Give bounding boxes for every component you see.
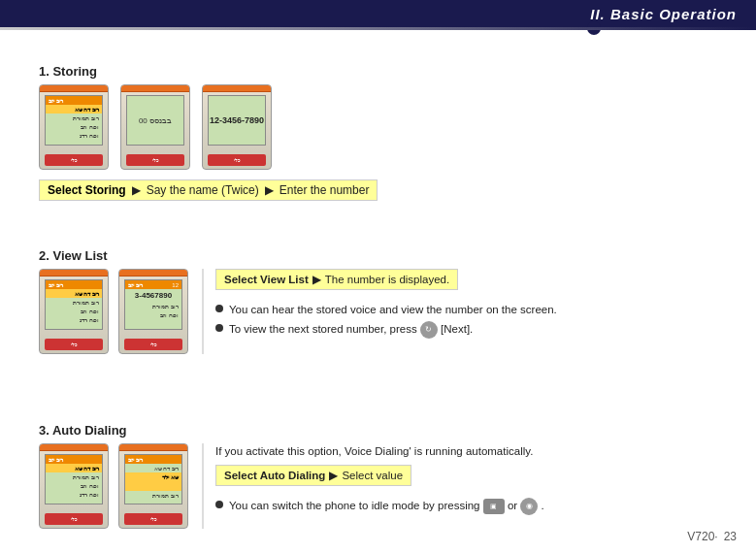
phone6-body: ריב יזב ריב דח שא רוב תמורת ופח וזב ופח … [39, 443, 109, 529]
section2-right: Select View List ▶ The number is display… [202, 269, 557, 354]
icon-btn1: ▣ [483, 499, 505, 514]
phone5-topbar [119, 270, 187, 276]
section1-part2: Say the name (Twice) [147, 183, 259, 197]
phone4-screen: ריב יזב ריב דח שא רוב תמורת ופח וזב ופח … [45, 279, 103, 330]
section3-bullets: You can switch the phone to idle mode by… [215, 498, 544, 515]
phone1-screen-header: ריב יזב [49, 97, 63, 104]
phone4-body: ריב יזב ריב דח שא רוב תמורת ופח וזב ופח … [39, 269, 109, 354]
phone1-bottom-text: כלי [71, 157, 78, 163]
next-icon: ↻ [420, 321, 438, 339]
section3-bullet-text: You can switch the phone to idle mode by… [229, 498, 544, 515]
icon-btn2: ◉ [520, 498, 538, 515]
section1-arrow2: ▶ [265, 183, 274, 197]
phone1-selected-row: ריב דח שא [46, 105, 102, 114]
phone1: ריב יזב ריב דח שא רוב תמורת ופח וזב ופח … [39, 84, 109, 170]
bullet-text-1: You can hear the stored voice and view t… [229, 302, 557, 317]
phone5-number: 3-4567890 [125, 289, 181, 302]
bullet-item: You can hear the stored voice and view t… [215, 302, 557, 317]
section1-phones: ריב יזב ריב דח שא רוב תמורת ופח וזב ופח … [39, 84, 378, 170]
section1-arrow1: ▶ [132, 183, 141, 197]
phone4-row3: ופח וזב [46, 307, 102, 315]
phone5-screen: ריב יזב 12 3-4567890 רוב תמורת ופח וזב [124, 279, 182, 330]
section2-bullets: You can hear the stored voice and view t… [215, 302, 557, 339]
phone3-topbar [203, 85, 271, 92]
phone5-row2: רוב תמורת [125, 302, 181, 310]
section3-phones: ריב יזב ריב דח שא רוב תמורת ופח וזב ופח … [39, 443, 188, 529]
bullet-text-2: To view the next stored number, press ↻ … [229, 321, 473, 339]
phone2: בבנסס 00 כלי [120, 84, 190, 170]
section3-arrow1: ▶ [329, 469, 338, 482]
phone5-row3: ופח וזב [125, 310, 181, 319]
section2-instruction: Select View List ▶ The number is display… [215, 269, 458, 290]
phone2-screen: בבנסס 00 [126, 95, 184, 146]
phone4-row2: רוב תמורת [46, 298, 102, 307]
phone4-row4: ופח רדנ [46, 315, 102, 324]
phone7: ריב יזב ריב דח שא שא ילד רוב תמורת כלי [118, 443, 188, 529]
phone4: ריב יזב ריב דח שא רוב תמורת ופח וזב ופח … [39, 269, 109, 354]
phone2-screen-text: בבנסס 00 [139, 116, 172, 125]
section1-part3: Enter the number [279, 183, 370, 197]
section2-body: ריב יזב ריב דח שא רוב תמורת ופח וזב ופח … [39, 269, 557, 354]
main-content: 1. Storing ריב יזב ריב דח שא רוב תמורת ו… [39, 35, 737, 534]
phone4-topbar [40, 270, 108, 276]
section-storing: 1. Storing ריב יזב ריב דח שא רוב תמורת ו… [39, 64, 378, 207]
section1-instruction: Select Storing ▶ Say the name (Twice) ▶ … [39, 179, 378, 201]
phone5-header: ריב יזב 12 [125, 280, 181, 289]
phone5: ריב יזב 12 3-4567890 רוב תמורת ופח וזב כ… [118, 269, 188, 354]
header-line [0, 27, 756, 30]
section3-bullet: You can switch the phone to idle mode by… [215, 498, 544, 515]
section2-arrow1: ▶ [312, 273, 321, 286]
phone4-bottom: כלי [45, 339, 103, 350]
phone6: ריב יזב ריב דח שא רוב תמורת ופח וזב ופח … [39, 443, 109, 529]
phone2-bottom: כלי [126, 154, 184, 166]
section-viewlist: 2. View List ריב יזב ריב דח שא רוב תמורת [39, 248, 557, 354]
phone1-screen: ריב יזב ריב דח שא רוב תמורת ופח וזב ופח … [45, 95, 103, 146]
header-title: II. Basic Operation [590, 6, 737, 22]
header: II. Basic Operation [0, 0, 756, 27]
section3-intro: If you activate this option, Voice Diali… [215, 443, 544, 459]
phone3: 12-3456-7890 כלי [202, 84, 272, 170]
section3-part2: Select value [342, 470, 403, 481]
section3-bullet-dot [215, 501, 223, 508]
bullet-dot [215, 305, 223, 312]
phone2-topbar [121, 85, 189, 92]
phone3-bottom: כלי [208, 154, 266, 166]
phone2-body: בבנסס 00 כלי [120, 84, 190, 170]
phone3-number: 12-3456-7890 [210, 115, 264, 125]
section2-label: 2. View List [39, 248, 557, 263]
bullet-dot-2 [215, 324, 223, 332]
footer-model: V720· [687, 530, 717, 543]
phone7-topbar [119, 444, 187, 451]
bullet-item-2: To view the next stored number, press ↻ … [215, 321, 557, 339]
section2-part1: Select View List [224, 274, 309, 285]
phone1-bottom: כלי [45, 154, 103, 166]
section1-part1: Select Storing [48, 183, 126, 197]
phone6-topbar [40, 444, 108, 451]
phone7-yellow-bar [125, 481, 181, 491]
phone5-bottom: כלי [124, 339, 182, 350]
phone1-row2: רוב תמורת [46, 114, 102, 122]
section1-label: 1. Storing [39, 64, 378, 79]
section2-part2: The number is displayed. [325, 274, 449, 285]
phone5-body: ריב יזב 12 3-4567890 רוב תמורת ופח וזב כ… [118, 269, 188, 354]
section3-body: ריב יזב ריב דח שא רוב תמורת ופח וזב ופח … [39, 443, 544, 529]
phone1-row4: ופח רדנ [46, 131, 102, 140]
phone3-bottom-text: כלי [234, 157, 241, 163]
phone1-row3: ופח וזב [46, 122, 102, 131]
phone4-row1: ריב דח שא [46, 289, 102, 298]
phone6-bottom: כלי [45, 513, 103, 525]
section2-phones: ריב יזב ריב דח שא רוב תמורת ופח וזב ופח … [39, 269, 188, 354]
footer-page: 23 [724, 530, 737, 543]
phone3-body: 12-3456-7890 כלי [202, 84, 272, 170]
footer: V720· 23 [687, 530, 737, 543]
section3-instruction: Select Auto Dialing ▶ Select value [215, 465, 411, 486]
section-autodialing: 3. Auto Dialing ריב יזב ריב דח שא רוב תמ… [39, 423, 544, 529]
phone4-header: ריב יזב [46, 280, 102, 289]
phone1-body: ריב יזב ריב דח שא רוב תמורת ופח וזב ופח … [39, 84, 109, 170]
section3-label: 3. Auto Dialing [39, 423, 544, 438]
section3-right: If you activate this option, Voice Diali… [202, 443, 544, 529]
section3-part1: Select Auto Dialing [224, 470, 325, 481]
phone7-bottom: כלי [124, 513, 182, 525]
phone6-screen: ריב יזב ריב דח שא רוב תמורת ופח וזב ופח … [45, 454, 103, 504]
phone7-screen: ריב יזב ריב דח שא שא ילד רוב תמורת [124, 454, 182, 504]
